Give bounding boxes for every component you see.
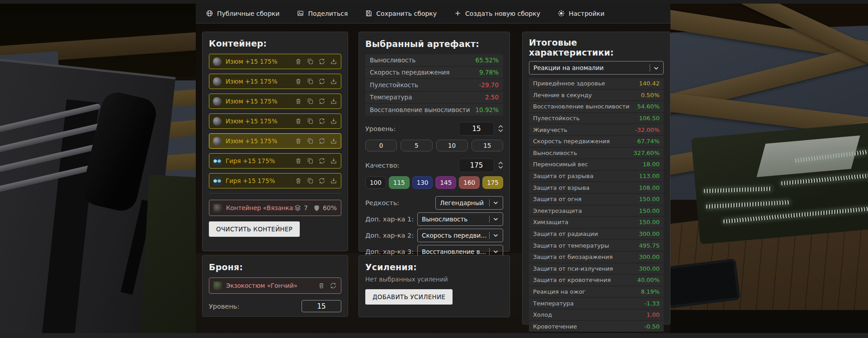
artifact-level-input[interactable] — [459, 122, 494, 136]
chevron-up-icon[interactable] — [498, 125, 503, 128]
delete-icon[interactable] — [295, 157, 302, 164]
import-icon[interactable] — [330, 117, 337, 125]
extra-stat-select[interactable]: Скорость передви… — [417, 229, 503, 242]
reroll-icon[interactable] — [318, 177, 326, 184]
reroll-icon[interactable] — [318, 117, 326, 125]
rarity-label: Редкость: — [365, 199, 399, 207]
copy-icon[interactable] — [307, 78, 314, 85]
reroll-icon[interactable] — [318, 78, 326, 85]
page: Публичные сборки Поделиться Сохранить сб… — [0, 0, 868, 338]
quality-preset-button[interactable]: 100 — [365, 176, 386, 189]
totals-stats-table: Приведённое здоровье 140.42 Лечение в се… — [529, 78, 664, 332]
layers-icon — [294, 204, 302, 212]
level-preset-button[interactable]: 15 — [472, 140, 503, 151]
import-icon[interactable] — [330, 78, 337, 85]
armor-level-input[interactable] — [302, 300, 341, 312]
artifact-icon — [213, 157, 222, 165]
artifact-icon — [213, 77, 222, 86]
quality-preset-button[interactable]: 160 — [459, 176, 480, 189]
stat-value: 67.74% — [637, 138, 660, 145]
import-icon[interactable] — [330, 58, 337, 65]
container-item-list: Изюм +15 175% Изюм +15 175% — [209, 54, 341, 188]
import-icon[interactable] — [330, 177, 337, 184]
stat-value: 150.00 — [639, 196, 660, 202]
chevron-up-icon[interactable] — [498, 162, 503, 164]
copy-icon[interactable] — [307, 157, 314, 164]
stat-label: Приведённое здоровье — [533, 80, 605, 87]
rarity-select[interactable]: Легендарный — [435, 196, 503, 210]
quality-preset-button[interactable]: 115 — [389, 176, 410, 189]
totals-panel: Итоговые характеристики: Реакции на аном… — [522, 32, 670, 324]
quality-preset-button[interactable]: 175 — [482, 176, 503, 189]
reroll-icon[interactable] — [318, 58, 326, 65]
container-artifact-item[interactable]: Изюм +15 175% — [209, 74, 341, 89]
delete-icon[interactable] — [295, 177, 302, 184]
reroll-icon[interactable] — [318, 137, 326, 145]
quality-preset-button[interactable]: 130 — [412, 176, 433, 189]
quality-input[interactable] — [459, 159, 494, 172]
equipped-container-row[interactable]: Контейнер «Вязанка» 7 60% — [209, 200, 341, 216]
image-icon — [297, 9, 304, 17]
container-protection: 60% — [323, 204, 337, 211]
container-artifact-item[interactable]: Изюм +15 175% — [209, 113, 341, 129]
artifact-level-label: Уровень: — [365, 125, 396, 132]
stat-row: Пулестойкость 106.50 — [529, 113, 664, 124]
artifact-item-label: Изюм +15 175% — [226, 117, 295, 125]
stat-row: Скорость передвижения 67.74% — [529, 136, 664, 147]
container-artifact-item[interactable]: Изюм +15 175% — [209, 133, 341, 149]
import-icon[interactable] — [330, 98, 337, 105]
reroll-icon[interactable] — [330, 282, 337, 289]
armor-item-row[interactable]: Экзокостюм «Гончий» — [209, 277, 341, 294]
toolbar: Публичные сборки Поделиться Сохранить сб… — [196, 4, 670, 23]
copy-icon[interactable] — [307, 98, 314, 105]
import-icon[interactable] — [330, 137, 337, 145]
import-icon[interactable] — [330, 157, 337, 164]
armor-actions — [318, 282, 337, 289]
stat-row: Переносимый вес 18.00 — [529, 159, 664, 170]
stat-value: 150.00 — [639, 219, 660, 225]
quality-preset-button[interactable]: 145 — [435, 176, 456, 189]
add-boost-button[interactable]: ДОБАВИТЬ УСИЛЕНИЕ — [365, 289, 453, 305]
stat-label: Холод — [533, 311, 552, 318]
delete-icon[interactable] — [295, 98, 302, 105]
reroll-icon[interactable] — [318, 98, 326, 105]
share-button[interactable]: Поделиться — [297, 9, 348, 17]
clear-container-button[interactable]: ОЧИСТИТЬ КОНТЕЙНЕР — [209, 221, 300, 237]
container-artifact-item[interactable]: Изюм +15 175% — [209, 94, 341, 109]
public-builds-label: Публичные сборки — [217, 10, 279, 17]
chevron-down-icon[interactable] — [498, 166, 503, 169]
delete-icon[interactable] — [295, 137, 302, 145]
save-build-button[interactable]: Сохранить сборку — [365, 9, 437, 17]
stat-row: Защита от температуры 495.75 — [529, 240, 664, 251]
container-artifact-item[interactable]: Гиря +15 175% — [209, 173, 341, 188]
chevron-down-icon[interactable] — [498, 129, 503, 132]
copy-icon[interactable] — [307, 117, 314, 125]
container-artifact-item[interactable]: Изюм +15 175% — [209, 54, 341, 69]
stat-label: Выносливость — [533, 150, 577, 156]
stat-value: 140.42 — [639, 80, 660, 87]
bottom-strip — [0, 333, 868, 338]
stat-row: Защита от кровотечения 40.00% — [529, 275, 664, 286]
delete-icon[interactable] — [295, 78, 302, 85]
stat-row: Защита от радиации 300.00 — [529, 229, 664, 239]
extra-stat-select[interactable]: Выносливость — [417, 212, 503, 226]
public-builds-button[interactable]: Публичные сборки — [206, 9, 279, 17]
artifact-icon — [213, 137, 222, 146]
copy-icon[interactable] — [307, 137, 314, 145]
delete-icon[interactable] — [318, 282, 325, 289]
level-preset-button[interactable]: 10 — [436, 140, 468, 151]
armor-panel-title: Броня: — [209, 262, 341, 272]
reroll-icon[interactable] — [318, 157, 326, 164]
totals-filter-select[interactable]: Реакции на аномалии — [529, 61, 664, 75]
level-stepper — [498, 125, 503, 132]
settings-button[interactable]: Настройки — [557, 9, 604, 17]
copy-icon[interactable] — [307, 177, 314, 184]
delete-icon[interactable] — [295, 117, 302, 125]
delete-icon[interactable] — [295, 58, 302, 65]
copy-icon[interactable] — [307, 58, 314, 65]
stat-label: Защита от взрыва — [533, 184, 590, 191]
new-build-button[interactable]: Создать новую сборку — [454, 9, 540, 17]
level-preset-button[interactable]: 5 — [401, 140, 432, 151]
level-preset-button[interactable]: 0 — [365, 140, 397, 151]
container-artifact-item[interactable]: Гиря +15 175% — [209, 153, 341, 169]
